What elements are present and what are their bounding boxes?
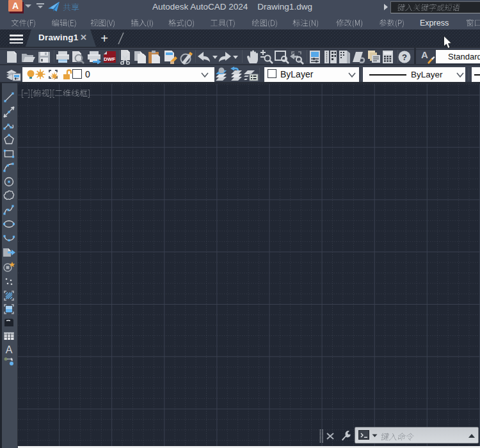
svg-text:A: A [6, 344, 13, 355]
